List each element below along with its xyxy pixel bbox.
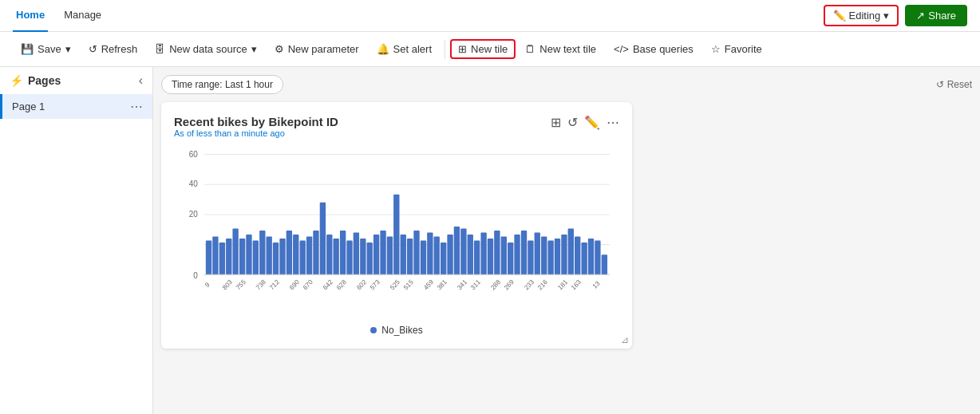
svg-rect-66 xyxy=(588,239,594,274)
sidebar-collapse-button[interactable]: ‹ xyxy=(139,73,143,88)
refresh-button[interactable]: ↺ Refresh xyxy=(81,39,146,59)
svg-rect-48 xyxy=(468,235,473,274)
content-area: Time range: Last 1 hour ↺ Reset Recent b… xyxy=(153,67,980,414)
svg-rect-22 xyxy=(293,235,298,274)
tile-card: Recent bikes by Bikepoint ID As of less … xyxy=(161,102,632,349)
svg-rect-29 xyxy=(340,231,346,274)
svg-rect-36 xyxy=(387,237,393,275)
chart-bars xyxy=(206,195,607,275)
svg-text:20: 20 xyxy=(189,210,198,219)
chart-legend: No_Bikes xyxy=(174,325,619,336)
svg-rect-40 xyxy=(413,231,419,274)
svg-rect-47 xyxy=(460,229,466,275)
parameter-icon: ⚙ xyxy=(275,43,284,55)
svg-rect-12 xyxy=(226,239,231,274)
datasource-chevron-icon: ▾ xyxy=(251,43,257,55)
svg-rect-44 xyxy=(441,242,446,274)
svg-text:269: 269 xyxy=(503,278,516,292)
refresh-icon: ↺ xyxy=(89,43,97,55)
nav-tab-manage[interactable]: Manage xyxy=(61,0,105,32)
svg-text:670: 670 xyxy=(302,278,314,292)
reset-button[interactable]: ↺ Reset xyxy=(936,79,972,90)
svg-rect-16 xyxy=(253,241,259,275)
svg-rect-42 xyxy=(427,233,433,275)
svg-rect-34 xyxy=(373,235,379,274)
svg-rect-63 xyxy=(568,229,574,275)
base-queries-button[interactable]: </> Base queries xyxy=(606,39,701,59)
tile-refresh-icon[interactable]: ↺ xyxy=(567,115,578,130)
share-button[interactable]: ↗ Share xyxy=(905,5,967,26)
set-alert-button[interactable]: 🔔 Set alert xyxy=(369,39,440,59)
svg-rect-49 xyxy=(474,241,480,275)
tile-header: Recent bikes by Bikepoint ID As of less … xyxy=(174,115,619,144)
svg-rect-57 xyxy=(528,241,533,275)
svg-rect-62 xyxy=(561,235,567,274)
svg-rect-26 xyxy=(320,203,326,275)
refresh-label: Refresh xyxy=(101,43,138,55)
reset-icon: ↺ xyxy=(936,79,944,90)
svg-text:459: 459 xyxy=(422,278,435,292)
new-parameter-label: New parameter xyxy=(288,43,359,55)
share-icon: ↗ xyxy=(916,10,925,22)
nav-right: ✏️ Editing ▾ ↗ Share xyxy=(824,5,967,26)
alert-icon: 🔔 xyxy=(377,43,389,55)
favorite-button[interactable]: ☆ Favorite xyxy=(703,39,770,59)
new-tile-label: New tile xyxy=(471,43,508,55)
new-text-tile-button[interactable]: 🗒 New text tile xyxy=(517,39,604,59)
toolbar-divider xyxy=(445,40,445,59)
tile-grid-icon[interactable]: ⊞ xyxy=(551,115,561,130)
new-datasource-button[interactable]: 🗄 New data source ▾ xyxy=(147,39,265,59)
svg-text:573: 573 xyxy=(369,278,381,292)
svg-text:628: 628 xyxy=(335,278,348,292)
svg-rect-41 xyxy=(421,241,426,275)
tile-icon: ⊞ xyxy=(458,43,467,55)
svg-rect-27 xyxy=(326,235,332,274)
chart-container: 60 40 20 0 98037557387126906706426286025… xyxy=(174,146,619,321)
page1-more-icon[interactable]: ⋯ xyxy=(130,99,143,114)
svg-rect-23 xyxy=(300,241,306,275)
svg-rect-15 xyxy=(246,235,251,274)
favorite-label: Favorite xyxy=(725,43,762,55)
editing-button[interactable]: ✏️ Editing ▾ xyxy=(824,5,899,26)
new-text-label: New text tile xyxy=(539,43,596,55)
svg-text:311: 311 xyxy=(469,278,482,292)
svg-rect-21 xyxy=(286,231,292,274)
tile-edit-icon[interactable]: ✏️ xyxy=(584,115,600,130)
tile-resize-handle[interactable]: ⊿ xyxy=(621,334,629,345)
set-alert-label: Set alert xyxy=(393,43,432,55)
save-chevron-icon: ▾ xyxy=(65,43,71,55)
tile-actions: ⊞ ↺ ✏️ ⋯ xyxy=(551,115,619,130)
svg-rect-50 xyxy=(480,233,486,275)
pages-icon: ⚡ xyxy=(10,74,23,87)
svg-text:0: 0 xyxy=(193,270,198,279)
toolbar: 💾 Save ▾ ↺ Refresh 🗄 New data source ▾ ⚙… xyxy=(0,32,980,67)
save-label: Save xyxy=(38,43,61,55)
svg-rect-35 xyxy=(380,231,385,274)
svg-rect-20 xyxy=(279,239,285,274)
svg-text:602: 602 xyxy=(355,278,368,292)
save-button[interactable]: 💾 Save ▾ xyxy=(13,39,79,59)
tile-subtitle: As of less than a minute ago xyxy=(174,128,338,138)
nav-tabs: Home Manage xyxy=(13,0,105,32)
top-nav: Home Manage ✏️ Editing ▾ ↗ Share xyxy=(0,0,980,32)
new-parameter-button[interactable]: ⚙ New parameter xyxy=(267,39,367,59)
time-range-badge[interactable]: Time range: Last 1 hour xyxy=(161,75,283,94)
editing-label: Editing xyxy=(849,10,881,22)
base-queries-label: Base queries xyxy=(633,43,694,55)
svg-rect-58 xyxy=(535,233,540,275)
datasource-icon: 🗄 xyxy=(155,43,165,55)
tile-more-icon[interactable]: ⋯ xyxy=(607,115,619,130)
svg-rect-43 xyxy=(434,237,440,275)
sidebar-item-page1[interactable]: Page 1 ⋯ xyxy=(0,94,152,119)
share-label: Share xyxy=(928,10,956,22)
svg-rect-45 xyxy=(447,235,452,274)
svg-rect-13 xyxy=(232,229,238,275)
new-tile-button[interactable]: ⊞ New tile xyxy=(450,39,516,59)
svg-rect-30 xyxy=(346,241,352,275)
svg-rect-46 xyxy=(454,227,460,274)
svg-rect-10 xyxy=(212,237,218,275)
tile-title: Recent bikes by Bikepoint ID xyxy=(174,115,338,128)
nav-tab-home[interactable]: Home xyxy=(13,0,48,32)
svg-rect-52 xyxy=(494,231,500,274)
new-datasource-label: New data source xyxy=(169,43,247,55)
